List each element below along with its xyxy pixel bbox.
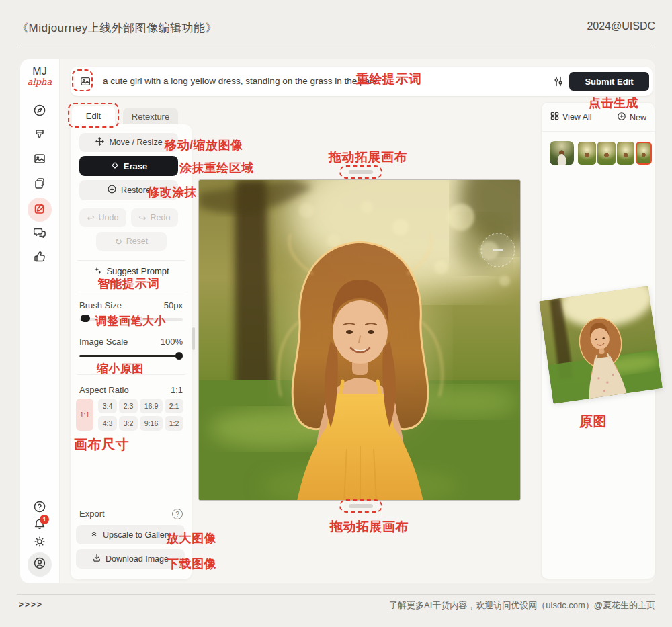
aspect-option[interactable]: 16:9	[140, 399, 163, 413]
callout-extend-bottom	[339, 499, 382, 513]
restore-target-icon	[107, 184, 117, 196]
image-scale-label: Image Scale	[79, 337, 128, 347]
original-image	[539, 286, 663, 403]
aspect-option-selected[interactable]: 1:1	[76, 399, 93, 431]
redo-button[interactable]: ↪ Redo	[131, 208, 178, 227]
export-help-icon[interactable]: ?	[172, 509, 183, 519]
new-button[interactable]: New	[617, 112, 646, 123]
tab-retexture[interactable]: Retexture	[123, 108, 178, 126]
plus-circle-icon	[617, 112, 626, 123]
erase-label: Erase	[124, 161, 147, 171]
annotation-canvas-top: 拖动拓展画布	[329, 149, 407, 166]
aspect-option[interactable]: 2:3	[119, 399, 138, 413]
sidebar-item-explore[interactable]	[28, 99, 52, 124]
prompt-input[interactable]: a cute girl with a long yellow dress, st…	[103, 67, 377, 96]
annotation-scale: 缩小原图	[97, 361, 144, 376]
settings-sliders-icon[interactable]	[552, 75, 565, 91]
view-all-button[interactable]: View All	[550, 112, 592, 122]
panel-divider	[77, 260, 185, 261]
header-divider	[17, 48, 655, 48]
brush-size-slider-thumb[interactable]	[81, 315, 90, 322]
panel-divider	[77, 294, 185, 294]
paintbrush-icon	[33, 128, 46, 144]
callout-edit-tab	[68, 103, 119, 128]
image-scale-slider-thumb[interactable]	[175, 352, 183, 360]
footer-marker: >>>>	[19, 600, 43, 610]
canvas-image[interactable]	[199, 180, 521, 501]
annotation-submit: 点击生成	[589, 95, 638, 111]
annotation-download: 下载图像	[167, 556, 216, 572]
move-resize-button[interactable]: Move / Resize	[79, 133, 178, 152]
thumbs-up-icon	[33, 250, 46, 266]
logo-alpha: alpha	[20, 77, 59, 87]
logo-mj: MJ	[20, 66, 59, 77]
page-title: 《Midjourney上线外部图像编辑功能》	[17, 20, 217, 36]
undo-icon: ↩	[87, 214, 95, 222]
aspect-option[interactable]: 4:3	[98, 416, 117, 431]
image-icon	[33, 152, 46, 168]
annotation-upscale: 放大图像	[167, 530, 216, 546]
export-label: Export	[79, 509, 105, 519]
annotation-brush: 调整画笔大小	[95, 313, 166, 329]
aspect-ratio-current: 1:1	[171, 385, 183, 395]
sidebar-item-organize[interactable]	[28, 173, 52, 197]
annotation-move: 移动/缩放图像	[165, 137, 243, 153]
panel-scrollbar[interactable]	[192, 327, 195, 350]
annotation-aspect: 画布尺寸	[74, 435, 129, 454]
image-scale-value: 100%	[161, 337, 183, 347]
aspect-option[interactable]: 2:1	[165, 399, 183, 413]
aspect-option[interactable]: 9:16	[140, 416, 163, 431]
new-label: New	[630, 113, 646, 122]
callout-prompt-icon	[72, 69, 93, 91]
edit-pencil-icon	[33, 202, 46, 218]
sidebar-item-create[interactable]	[28, 124, 52, 148]
aspect-option[interactable]: 3:2	[119, 416, 138, 431]
compass-icon	[33, 103, 46, 120]
image-scale-row: Image Scale 100%	[79, 337, 183, 347]
brush-size-value: 50px	[164, 300, 183, 310]
aspect-ratio-row: Aspect Ratio 1:1	[79, 385, 183, 395]
annotation-suggest: 智能提示词	[97, 276, 160, 292]
callout-extend-top	[339, 165, 382, 179]
credit-label: 2024@UISDC	[587, 20, 655, 32]
sidebar-item-archive[interactable]	[28, 148, 52, 172]
aspect-option[interactable]: 3:4	[98, 399, 117, 413]
view-all-label: View All	[562, 112, 592, 122]
footer-divider	[17, 594, 655, 595]
history-thumbnail[interactable]	[578, 142, 596, 165]
mj-alpha-logo: MJ alpha	[20, 66, 59, 86]
history-thumbnail[interactable]	[550, 141, 574, 165]
brush-cursor	[481, 233, 515, 267]
reset-label: Reset	[126, 237, 149, 246]
undo-button[interactable]: ↩ Undo	[79, 208, 126, 227]
files-icon	[33, 177, 46, 193]
canvas-area[interactable]	[198, 179, 521, 501]
aspect-ratio-label: Aspect Ratio	[79, 385, 129, 395]
eraser-icon	[110, 161, 120, 172]
history-thumbnail[interactable]	[617, 142, 634, 165]
double-chevron-up-icon	[89, 529, 99, 540]
history-thumbnail-selected[interactable]	[636, 142, 652, 165]
sidebar-item-rate[interactable]	[28, 246, 52, 270]
sun-icon	[33, 535, 46, 551]
aspect-option[interactable]: 1:2	[165, 416, 183, 431]
move-icon	[95, 136, 105, 149]
export-row: Export ?	[79, 509, 183, 519]
restore-label: Restore	[121, 185, 151, 195]
annotation-canvas-bottom: 拖动拓展画布	[330, 518, 409, 536]
sidebar-item-chat[interactable]	[28, 222, 52, 246]
sidebar: MJ alpha 1	[20, 59, 59, 583]
grid-icon	[550, 112, 559, 122]
reset-button[interactable]: ↻ Reset	[96, 232, 167, 251]
erase-button[interactable]: Erase	[79, 156, 178, 176]
redo-label: Redo	[151, 213, 171, 222]
notification-badge: 1	[40, 515, 49, 524]
image-scale-slider[interactable]	[79, 355, 183, 357]
move-resize-label: Move / Resize	[109, 138, 162, 147]
sidebar-item-account[interactable]	[28, 552, 52, 577]
history-thumbnail[interactable]	[597, 142, 616, 165]
sidebar-item-edit[interactable]	[28, 198, 52, 222]
submit-edit-button[interactable]: Submit Edit	[569, 72, 649, 91]
sidebar-item-theme[interactable]	[28, 531, 52, 555]
chat-bubbles-icon	[33, 226, 46, 242]
